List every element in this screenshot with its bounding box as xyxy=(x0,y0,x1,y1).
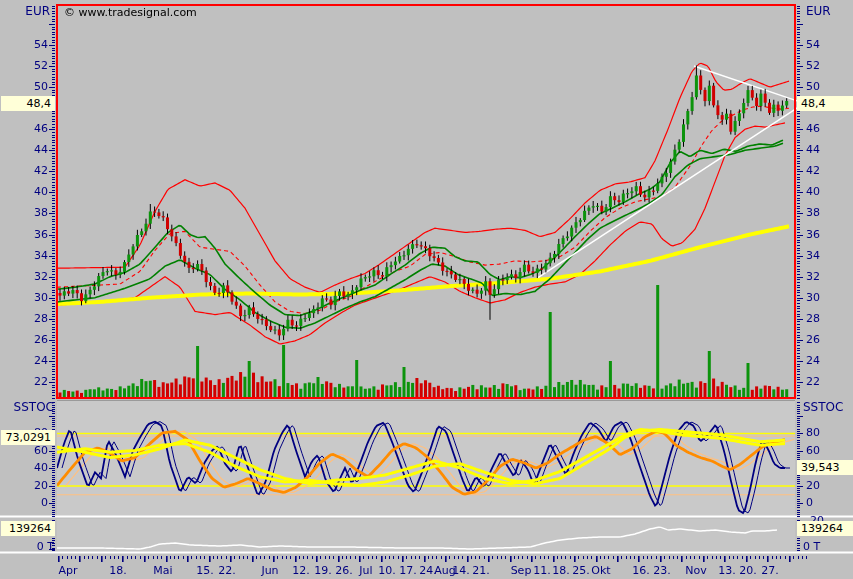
price-tick-label-left: 38 xyxy=(2,206,48,219)
price-tick-label-left: 28 xyxy=(2,312,48,325)
stoch-tick-label-left: 60 xyxy=(2,444,48,457)
current-price-box-right: 48,4 xyxy=(797,96,853,111)
date-tick-label: 23. xyxy=(648,564,676,577)
price-tick-label-right: 46 xyxy=(806,122,820,135)
price-tick-label-left: 26 xyxy=(2,333,48,346)
price-tick-label-left: 46 xyxy=(2,122,48,135)
stoch-tick-label-right: 80 xyxy=(806,426,820,439)
price-tick-label-right: 22 xyxy=(806,375,820,388)
chart-window: EUR EUR © www.tradesignal.com SSTOC SSTO… xyxy=(0,0,853,579)
copyright-watermark: © www.tradesignal.com xyxy=(64,6,197,19)
date-tick-label: 21. xyxy=(467,564,495,577)
date-tick-label: 27. xyxy=(756,564,784,577)
date-tick-label: Apr xyxy=(54,564,82,577)
date-tick-label: Jun xyxy=(256,564,284,577)
currency-axis-label-right: EUR xyxy=(806,5,831,18)
price-tick-label-left: 54 xyxy=(2,38,48,51)
price-tick-label-right: 30 xyxy=(806,291,820,304)
date-tick-label: 18. xyxy=(104,564,132,577)
price-tick-label-right: 26 xyxy=(806,333,820,346)
current-volume-box-left: 139264 xyxy=(1,521,55,536)
price-tick-label-right: 52 xyxy=(806,59,820,72)
current-volume-box-right: 139264 xyxy=(797,521,853,536)
stoch-tick-label-right: 20 xyxy=(806,479,820,492)
price-tick-label-left: 22 xyxy=(2,375,48,388)
stoch-panel-label-left: SSTOC xyxy=(2,401,54,414)
date-tick-label: Mai xyxy=(149,564,177,577)
stoch-tick-label-left: 40 xyxy=(2,461,48,474)
price-tick-label-left: 42 xyxy=(2,164,48,177)
currency-axis-label-left: EUR xyxy=(2,5,50,18)
stoch-tick-label-right: 60 xyxy=(806,444,820,457)
price-tick-label-right: 42 xyxy=(806,164,820,177)
price-tick-label-right: 38 xyxy=(806,206,820,219)
price-tick-label-left: 50 xyxy=(2,80,48,93)
price-tick-label-right: 34 xyxy=(806,249,820,262)
price-tick-label-right: 36 xyxy=(806,228,820,241)
date-tick-label: Okt xyxy=(587,564,615,577)
current-stoch-box-left: 73,0291 xyxy=(1,430,55,445)
price-tick-label-left: 40 xyxy=(2,185,48,198)
stoch-tick-label-left: 0 xyxy=(2,496,48,509)
price-tick-label-right: 54 xyxy=(806,38,820,51)
stoch-tick-label-left: 20 xyxy=(2,479,48,492)
price-tick-label-right: 32 xyxy=(806,270,820,283)
volume-zero-label-left: 0 T xyxy=(2,540,54,553)
date-tick-label: Nov xyxy=(682,564,710,577)
price-tick-label-right: 50 xyxy=(806,80,820,93)
price-tick-label-left: 36 xyxy=(2,228,48,241)
date-tick-label: 22. xyxy=(213,564,241,577)
price-tick-label-left: 30 xyxy=(2,291,48,304)
price-tick-label-left: 32 xyxy=(2,270,48,283)
current-price-box-left: 48,4 xyxy=(1,96,55,111)
chart-canvas[interactable] xyxy=(0,0,853,579)
price-tick-label-right: 24 xyxy=(806,354,820,367)
stoch-tick-label-right: 0 xyxy=(806,496,813,509)
stoch-panel-label-right: SSTOC xyxy=(803,401,843,414)
price-tick-label-right: 40 xyxy=(806,185,820,198)
volume-zero-label-right: 0 T xyxy=(803,540,820,553)
price-tick-label-right: 44 xyxy=(806,143,820,156)
current-stoch-box-right: 39,543 xyxy=(797,460,853,475)
price-tick-label-left: 24 xyxy=(2,354,48,367)
price-tick-label-left: 52 xyxy=(2,59,48,72)
price-tick-label-right: 28 xyxy=(806,312,820,325)
price-tick-label-left: 34 xyxy=(2,249,48,262)
price-tick-label-left: 44 xyxy=(2,143,48,156)
